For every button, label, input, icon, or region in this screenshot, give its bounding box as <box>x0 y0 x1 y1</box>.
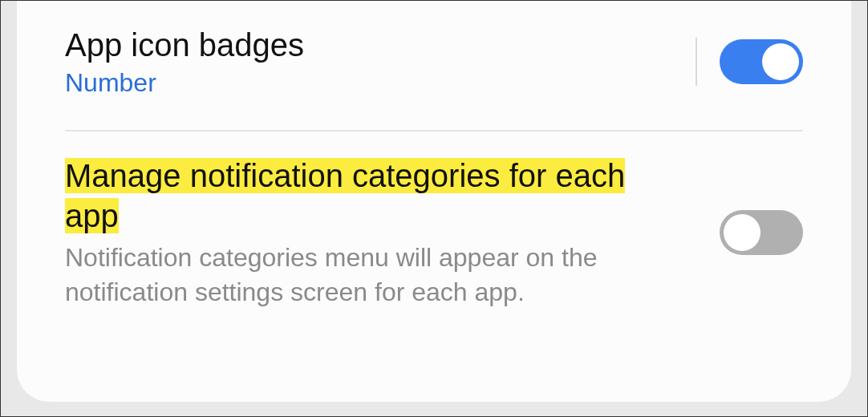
toggle-knob <box>762 43 799 80</box>
toggle-manage-notification-categories[interactable] <box>720 210 803 255</box>
toggle-knob <box>724 214 761 251</box>
setting-manage-notification-categories[interactable]: Manage notification categories for each … <box>65 156 803 318</box>
setting-controls <box>720 210 803 255</box>
setting-description: Notification categories menu will appear… <box>65 241 651 310</box>
setting-controls <box>688 38 803 86</box>
toggle-app-icon-badges[interactable] <box>720 39 803 84</box>
divider <box>65 130 803 132</box>
setting-title: App icon badges <box>65 25 663 65</box>
setting-subtitle[interactable]: Number <box>65 68 663 98</box>
setting-app-icon-badges[interactable]: App icon badges Number <box>65 17 803 106</box>
vertical-divider <box>696 38 697 86</box>
setting-text-block: Manage notification categories for each … <box>65 156 675 310</box>
settings-card: App icon badges Number Manage notificati… <box>17 1 851 402</box>
setting-title: Manage notification categories for each … <box>65 156 651 236</box>
setting-text-block: App icon badges Number <box>65 25 688 98</box>
highlighted-text: Manage notification categories for each … <box>65 158 625 233</box>
